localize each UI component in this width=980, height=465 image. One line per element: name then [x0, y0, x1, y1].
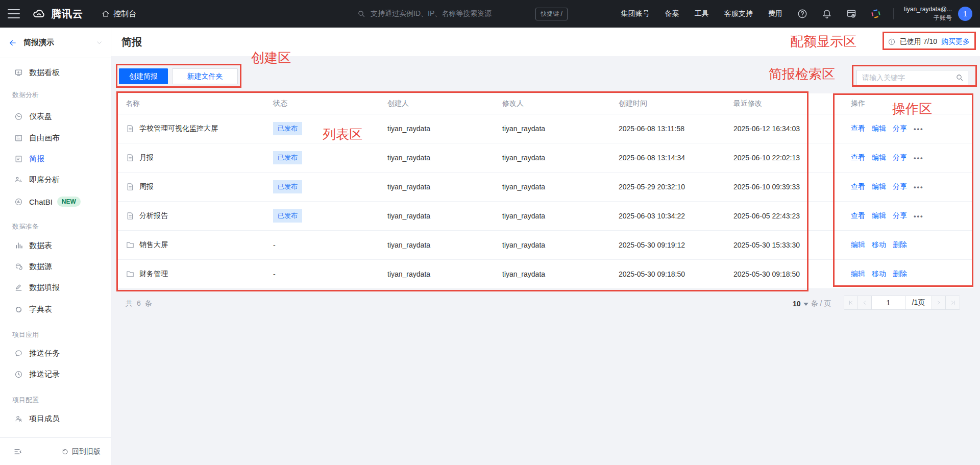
search-icon[interactable]: [955, 74, 964, 82]
prev-page-button[interactable]: [858, 296, 872, 309]
keyword-search-input[interactable]: [856, 70, 968, 85]
account-type: 子账号: [904, 14, 952, 22]
action-link-查看[interactable]: 查看: [851, 182, 865, 191]
topbar-nav-item[interactable]: 客服支持: [724, 9, 753, 18]
doc-icon: [126, 153, 135, 162]
action-link-编辑[interactable]: 编辑: [872, 124, 886, 133]
new-folder-button[interactable]: 新建文件夹: [172, 68, 238, 84]
report-name-cell[interactable]: 月报: [126, 153, 273, 162]
creator-cell: tiyan_raydata: [387, 270, 502, 278]
notification-bell-icon[interactable]: [821, 8, 832, 19]
data-source-icon: [14, 262, 23, 271]
sidebar-item-推送任务[interactable]: 推送任务: [0, 343, 111, 363]
sidebar-item-label: 简报: [29, 154, 44, 164]
action-link-编辑[interactable]: 编辑: [851, 240, 865, 250]
sidebar-item-数据看板[interactable]: 数据看板: [0, 62, 111, 83]
report-name-cell[interactable]: 销售大屏: [126, 240, 273, 250]
more-actions-button[interactable]: •••: [914, 183, 924, 191]
doc-icon: [126, 124, 135, 133]
buy-more-link[interactable]: 购买更多: [941, 37, 970, 46]
more-actions-button[interactable]: •••: [914, 212, 924, 220]
modifier-cell: tiyan_raydata: [502, 183, 619, 191]
action-link-编辑[interactable]: 编辑: [851, 270, 865, 279]
next-page-button[interactable]: [932, 296, 946, 309]
table-header-cell: 修改人: [502, 99, 619, 108]
folder-icon: [126, 270, 135, 279]
gauge-icon: [14, 112, 23, 121]
sidebar-item-数据源[interactable]: 数据源: [0, 256, 111, 277]
action-link-分享[interactable]: 分享: [893, 182, 907, 191]
console-link[interactable]: 控制台: [102, 9, 136, 19]
global-search[interactable]: 支持通过实例ID、IP、名称等搜索资源 快捷键 /: [357, 0, 568, 28]
home-icon: [102, 10, 110, 18]
avatar[interactable]: 1: [958, 7, 972, 21]
sidebar-item-label: 即席分析: [29, 175, 60, 185]
creator-cell: tiyan_raydata: [387, 212, 502, 220]
collapse-sidebar-button[interactable]: [13, 447, 22, 456]
action-link-查看[interactable]: 查看: [851, 124, 865, 133]
topbar-nav-item[interactable]: 费用: [768, 9, 782, 18]
status-badge: 已发布: [273, 122, 302, 135]
data-entry-icon: [14, 283, 23, 292]
sidebar-item-即席分析[interactable]: 即席分析: [0, 169, 111, 190]
quota-used-label: 已使用 7/10: [900, 37, 937, 46]
page-input[interactable]: [872, 296, 905, 309]
hamburger-menu-button[interactable]: [8, 9, 20, 18]
sidebar-item-字典表[interactable]: 字典表: [0, 299, 111, 320]
support-icon[interactable]: [797, 8, 808, 19]
action-link-编辑[interactable]: 编辑: [872, 182, 886, 191]
modified-time-cell: 2025-06-05 22:43:23: [733, 212, 851, 220]
action-link-分享[interactable]: 分享: [893, 124, 907, 133]
report-name-cell[interactable]: 周报: [126, 182, 273, 191]
partner-colorful-icon[interactable]: [870, 8, 881, 19]
status-badge: 已发布: [273, 180, 302, 193]
last-page-button[interactable]: [946, 296, 960, 309]
sidebar-section-label: 项目应用: [0, 325, 111, 345]
topbar-nav-item[interactable]: 备案: [665, 9, 679, 18]
action-link-移动[interactable]: 移动: [872, 270, 886, 279]
quota-info: 已使用 7/10 购买更多: [888, 37, 970, 46]
page-size-select[interactable]: 10 条 / 页: [793, 299, 831, 308]
action-link-查看[interactable]: 查看: [851, 211, 865, 221]
tencent-cloud-logo[interactable]: 腾讯云: [31, 7, 83, 21]
sidebar-item-数据填报[interactable]: 数据填报: [0, 277, 111, 298]
report-name-cell[interactable]: 财务管理: [126, 270, 273, 279]
sidebar-item-仪表盘[interactable]: 仪表盘: [0, 106, 111, 127]
table-row: 销售大屏-tiyan_raydatatiyan_raydata2025-05-3…: [117, 231, 973, 260]
page-size-value: 10: [793, 300, 801, 308]
action-link-编辑[interactable]: 编辑: [872, 153, 886, 162]
chevron-down-icon[interactable]: [96, 39, 103, 46]
created-time-cell: 2025-05-30 09:18:50: [619, 270, 733, 278]
back-arrow-icon[interactable]: [8, 38, 17, 47]
account-info[interactable]: tiyan_raydata@... 子账号: [904, 5, 952, 23]
action-link-删除[interactable]: 删除: [893, 270, 907, 279]
back-to-old-version-label: 回到旧版: [72, 447, 101, 456]
back-to-old-version-link[interactable]: 回到旧版: [61, 447, 101, 456]
sidebar-item-自由画布[interactable]: 自由画布: [0, 128, 111, 148]
first-page-button[interactable]: [844, 296, 858, 309]
report-icon: [14, 155, 23, 163]
more-actions-button[interactable]: •••: [914, 154, 924, 162]
topbar-nav-item[interactable]: 集团账号: [621, 9, 650, 18]
sidebar-item-简报[interactable]: 简报: [0, 149, 111, 169]
console-settings-icon[interactable]: [846, 8, 857, 19]
report-name-cell[interactable]: 学校管理可视化监控大屏: [126, 124, 273, 133]
action-link-删除[interactable]: 删除: [893, 240, 907, 250]
modified-time-cell: 2025-06-12 16:34:03: [733, 125, 851, 133]
account-name: tiyan_raydata@...: [904, 5, 952, 14]
action-link-编辑[interactable]: 编辑: [872, 211, 886, 221]
more-actions-button[interactable]: •••: [914, 125, 924, 133]
topbar-nav-item[interactable]: 工具: [695, 9, 709, 18]
sidebar-item-ChatBI[interactable]: ChatBINEW: [0, 191, 111, 212]
create-report-button[interactable]: 创建简报: [119, 68, 168, 84]
folder-icon: [126, 240, 135, 250]
action-link-分享[interactable]: 分享: [893, 211, 907, 221]
action-link-查看[interactable]: 查看: [851, 153, 865, 162]
sidebar-item-数据表[interactable]: 数据表: [0, 235, 111, 256]
table-header-cell: 最近修改: [733, 99, 851, 108]
report-name-cell[interactable]: 分析报告: [126, 211, 273, 221]
sidebar-item-项目成员[interactable]: 项目成员: [0, 408, 111, 429]
sidebar-item-推送记录[interactable]: 推送记录: [0, 364, 111, 384]
action-link-分享[interactable]: 分享: [893, 153, 907, 162]
action-link-移动[interactable]: 移动: [872, 240, 886, 250]
